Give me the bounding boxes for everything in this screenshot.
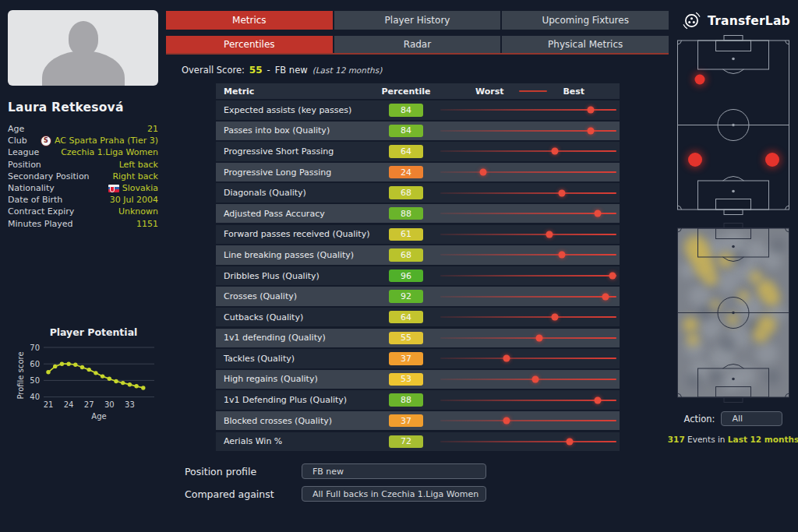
event-dot [688, 153, 702, 167]
overall-score-label: Overall Score: [182, 65, 245, 76]
percentile-badge: 64 [389, 311, 423, 324]
attribute-row: LeagueCzechia 1.Liga Women [8, 146, 158, 158]
metric-row[interactable]: 1v1 Defending Plus (Quality)88 [216, 390, 620, 410]
metric-row[interactable]: Dribbles Plus (Quality)96 [216, 266, 620, 286]
metric-row[interactable]: Crosses (Quality)92 [216, 287, 620, 306]
attribute-row: Contract ExpiryUnknown [8, 206, 158, 217]
attribute-label: Date of Birth [8, 195, 62, 205]
attribute-value: Left back [119, 160, 158, 170]
pitch-lines [675, 222, 792, 403]
player-photo-placeholder [8, 10, 158, 86]
tab-upcoming-fixtures[interactable]: Upcoming Fixtures [500, 11, 669, 30]
player-attributes: Age21ClubSAC Sparta Praha (Tier 3)League… [8, 123, 158, 230]
metric-label: High regains (Quality) [216, 374, 372, 384]
track-line [440, 296, 616, 298]
header-worst: Worst [475, 86, 504, 97]
track-line [440, 234, 616, 235]
metric-row[interactable]: Passes into box (Quality)84 [216, 122, 620, 141]
metric-row[interactable]: 1v1 defending (Quality)55 [216, 329, 620, 348]
compared-against-select[interactable]: All Full backs in Czechia 1.Liga Women [302, 486, 486, 502]
metric-label: Progressive Short Passing [216, 146, 372, 157]
tab-row-main: MetricsPlayer HistoryUpcoming Fixtures [166, 11, 669, 30]
percentile-cell: 88 [372, 207, 440, 220]
percentile-dot [535, 334, 542, 341]
subtab-percentiles[interactable]: Percentiles [166, 36, 333, 53]
action-select[interactable]: All [721, 411, 782, 426]
percentile-badge: 96 [389, 270, 423, 283]
metric-label: Adjusted Pass Accuracy [216, 209, 372, 219]
header-range: Worst Best [440, 86, 620, 97]
metric-label: Expected assists (key passes) [216, 105, 372, 115]
events-summary: 317 Events in Last 12 months [667, 435, 798, 444]
percentile-badge: 24 [389, 166, 423, 179]
svg-text:27: 27 [84, 400, 94, 409]
metric-row[interactable]: Diagonals (Quality)68 [216, 183, 620, 203]
metric-row[interactable]: Cutbacks (Quality)64 [216, 308, 620, 327]
attribute-row: NationalitySlovakia [8, 182, 158, 194]
metric-row[interactable]: High regains (Quality)53 [216, 370, 620, 389]
metric-row[interactable]: Adjusted Pass Accuracy88 [216, 204, 620, 224]
subtab-radar[interactable]: Radar [333, 36, 501, 53]
percentile-cell: 24 [372, 166, 440, 179]
metric-row[interactable]: Progressive Short Passing64 [216, 142, 620, 161]
metric-row[interactable]: Expected assists (key passes)84 [216, 100, 620, 120]
percentile-dot [480, 169, 487, 176]
metric-row[interactable]: Aerials Win %72 [216, 432, 620, 452]
percentile-dot [566, 438, 573, 445]
event-pitch [675, 34, 792, 216]
percentile-dot [588, 107, 595, 114]
attribute-value: Unknown [118, 206, 158, 217]
table-rows: Expected assists (key passes)84Passes in… [216, 100, 620, 451]
subtab-physical-metrics[interactable]: Physical Metrics [500, 36, 669, 53]
track-line [440, 150, 616, 152]
position-profile-label: Position profile [185, 466, 302, 477]
metric-row[interactable]: Blocked crosses (Quality)37 [216, 411, 620, 431]
percentile-dot [531, 375, 538, 382]
attribute-label: Nationality [8, 183, 55, 193]
svg-text:33: 33 [125, 400, 135, 409]
attribute-label: Secondary Position [8, 171, 90, 181]
potential-chart-title: Player Potential [35, 326, 152, 338]
tab-metrics[interactable]: Metrics [166, 11, 333, 30]
percentile-cell: 72 [372, 435, 440, 449]
metric-row[interactable]: Progressive Long Passing24 [216, 163, 620, 182]
percentile-cell: 64 [372, 145, 440, 158]
pitch-lines [675, 34, 792, 216]
percentile-track [440, 308, 620, 327]
percentile-badge: 68 [389, 186, 423, 199]
percentile-dot [546, 231, 553, 238]
percentile-badge: 37 [389, 414, 423, 428]
percentile-track [440, 266, 620, 286]
metric-label: Aerials Win % [216, 436, 372, 446]
svg-text:30: 30 [104, 400, 115, 409]
attribute-row: PositionLeft back [8, 159, 158, 171]
brand-logo: TransferLab [677, 10, 794, 31]
header-best: Best [563, 86, 584, 97]
metric-row[interactable]: Tackles (Quality)37 [216, 349, 620, 368]
percentile-badge: 72 [389, 435, 423, 449]
attribute-label: Position [8, 160, 41, 170]
metric-label: Crosses (Quality) [216, 291, 372, 301]
overall-score: Overall Score: 55 - FB new (Last 12 mont… [182, 65, 382, 76]
track-line [440, 316, 616, 318]
attribute-value: Right back [112, 171, 158, 181]
range-line-icon [519, 90, 547, 92]
heatmap-pitch [675, 222, 792, 403]
metric-row[interactable]: Line breaking passes (Quality)68 [216, 245, 620, 265]
percentile-cell: 92 [372, 290, 440, 303]
metric-label: Cutbacks (Quality) [216, 312, 372, 322]
events-middle-text: Events in [685, 435, 728, 444]
percentile-badge: 84 [389, 104, 423, 117]
metric-label: 1v1 defending (Quality) [216, 333, 372, 343]
track-line [440, 254, 616, 255]
attribute-value: Slovakia [108, 183, 158, 193]
percentile-dot [595, 396, 602, 403]
metric-row[interactable]: Forward passes received (Quality)61 [216, 225, 620, 245]
event-dot [765, 153, 779, 167]
track-line [440, 400, 616, 401]
position-profile-select[interactable]: FB new [302, 463, 486, 479]
percentile-track [440, 329, 620, 348]
compared-against-label: Compared against [185, 488, 302, 500]
tab-player-history[interactable]: Player History [333, 11, 501, 30]
attribute-row: Secondary PositionRight back [8, 171, 158, 182]
